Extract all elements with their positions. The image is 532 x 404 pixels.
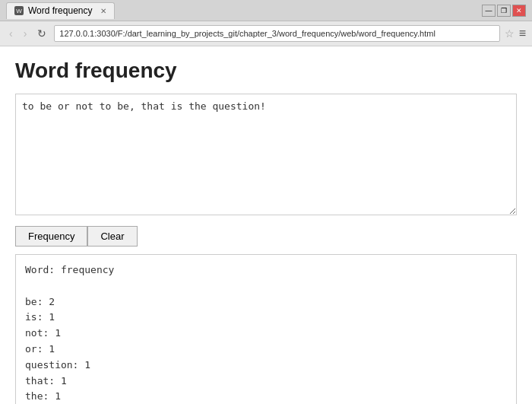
tab-close-btn[interactable]: ✕ (100, 7, 106, 15)
browser-chrome: W Word frequency ✕ — ❐ ✕ ‹ › ↻ ☆ ≡ (0, 0, 532, 46)
minimize-button[interactable]: — (482, 5, 496, 17)
url-input[interactable] (54, 25, 499, 42)
browser-tab[interactable]: W Word frequency ✕ (6, 2, 115, 19)
back-button[interactable]: ‹ (6, 26, 16, 41)
refresh-button[interactable]: ↻ (34, 26, 49, 41)
window-controls: — ❐ ✕ (482, 5, 526, 17)
close-button[interactable]: ✕ (512, 5, 526, 17)
address-bar: ‹ › ↻ ☆ ≡ (0, 21, 532, 46)
clear-button[interactable]: Clear (87, 226, 137, 247)
tab-favicon: W (14, 6, 24, 15)
title-bar: W Word frequency ✕ — ❐ ✕ (0, 0, 532, 21)
frequency-button[interactable]: Frequency (15, 226, 87, 247)
text-input-area[interactable] (15, 94, 517, 215)
restore-button[interactable]: ❐ (497, 5, 511, 17)
page-title: Word frequency (15, 59, 517, 83)
button-row: Frequency Clear (15, 226, 517, 247)
menu-icon[interactable]: ≡ (519, 27, 526, 40)
page-content: Word frequency Frequency Clear Word: fre… (0, 46, 532, 404)
tab-title: Word frequency (28, 5, 93, 16)
bookmark-icon[interactable]: ☆ (505, 27, 515, 40)
output-area: Word: frequency be: 2 is: 1 not: 1 or: 1… (15, 254, 517, 404)
forward-button[interactable]: › (21, 26, 30, 41)
